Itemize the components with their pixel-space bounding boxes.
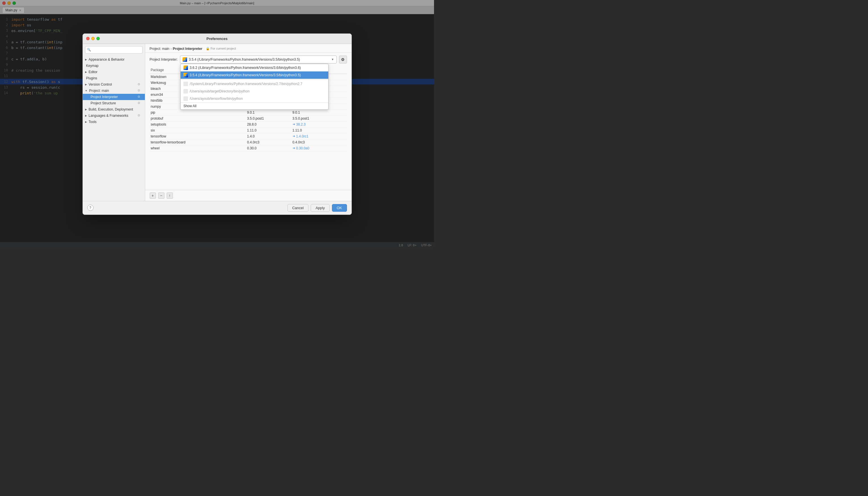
dropdown-option-0[interactable]: 🐍 3.6.2 (/Library/Frameworks/Python.fram…: [181, 64, 328, 72]
package-action: [337, 127, 347, 133]
dialog-body: 🔍 ▶ Appearance & Behavior Keymap ▶ Edito…: [83, 44, 352, 201]
table-row: tensorflow 1.4.0 ➜ 1.4.0rc1: [150, 134, 347, 139]
dialog-footer: ? Cancel Apply OK: [83, 201, 352, 215]
collapse-arrow-icon: ▶: [85, 114, 87, 117]
dialog-close-button[interactable]: [86, 37, 90, 40]
package-latest: 1.11.0: [291, 127, 337, 133]
bottom-toolbar: + − ↑: [145, 190, 352, 201]
upgrade-icon: ↑: [169, 193, 171, 198]
sidebar-item-project-interpreter[interactable]: Project Interpreter ⚙: [83, 94, 145, 100]
breadcrumb-parent: Project: main: [150, 47, 170, 51]
sidebar-item-languages[interactable]: ▶ Languages & Frameworks ⚙: [83, 112, 145, 119]
package-version: 1.11.0: [246, 127, 291, 133]
package-name: protobuf: [150, 115, 246, 121]
sidebar-item-label: Editor: [89, 70, 97, 74]
breadcrumb: Project: main › Project Interpreter 🔒 Fo…: [145, 44, 352, 53]
help-button[interactable]: ?: [87, 205, 94, 211]
sidebar-item-label: Keymap: [86, 64, 99, 68]
ok-button[interactable]: OK: [332, 204, 347, 212]
package-latest: 3.5.0.post1: [291, 115, 337, 121]
selected-interpreter-value: 3.5.4 (/Library/Frameworks/Python.framew…: [189, 58, 330, 62]
footer-left: ?: [87, 205, 94, 211]
dialog-minimize-button[interactable]: [91, 37, 95, 40]
sidebar-item-keymap[interactable]: Keymap: [83, 63, 145, 69]
sidebar-item-plugins[interactable]: Plugins: [83, 75, 145, 81]
package-action: [337, 145, 347, 151]
package-version: 0.4.0rc3: [246, 139, 291, 145]
sidebar-item-label: Project Interpreter: [91, 95, 118, 99]
sidebar-item-label: Languages & Frameworks: [89, 114, 128, 118]
sidebar-item-tools[interactable]: ▶ Tools: [83, 119, 145, 125]
cancel-button[interactable]: Cancel: [288, 204, 308, 212]
settings-icon: ⚙: [138, 95, 140, 99]
preferences-sidebar: 🔍 ▶ Appearance & Behavior Keymap ▶ Edito…: [83, 44, 145, 201]
update-arrow-icon: ➜: [293, 122, 295, 126]
apply-button[interactable]: Apply: [311, 204, 330, 212]
sidebar-search-box[interactable]: 🔍: [85, 46, 143, 53]
package-name: six: [150, 127, 246, 133]
sidebar-item-project-structure[interactable]: Project Structure ⚙: [83, 100, 145, 106]
package-action: [337, 139, 347, 145]
settings-icon: ⚙: [138, 89, 140, 92]
package-action: [337, 98, 347, 104]
sidebar-item-label: Version Control: [89, 82, 112, 87]
sidebar-item-editor[interactable]: ▶ Editor: [83, 69, 145, 75]
interpreter-dropdown: 🐍 3.6.2 (/Library/Frameworks/Python.fram…: [180, 64, 328, 110]
dialog-title: Preferences: [206, 36, 227, 41]
update-arrow-icon: ➜: [293, 146, 295, 150]
main-panel: Project: main › Project Interpreter 🔒 Fo…: [145, 44, 352, 201]
sidebar-item-build-exec[interactable]: ▶ Build, Execution, Deployment: [83, 106, 145, 112]
sidebar-item-appearance[interactable]: ▶ Appearance & Behavior: [83, 57, 145, 63]
sidebar-item-project-main[interactable]: ▼ Project: main ⚙: [83, 88, 145, 94]
table-row: wheel 0.30.0 ➜ 0.30.0a0: [150, 145, 347, 151]
update-arrow-icon: ➜: [293, 134, 295, 138]
settings-icon: ⚙: [138, 101, 140, 105]
dropdown-option-1[interactable]: 🐍 3.5.4 (/Library/Frameworks/Python.fram…: [181, 72, 328, 79]
col-actions: [337, 67, 347, 73]
interpreter-select[interactable]: 🐍 3.5.4 (/Library/Frameworks/Python.fram…: [180, 56, 337, 63]
breadcrumb-separator: ›: [171, 47, 172, 51]
dropdown-option-2[interactable]: /System/Library/Frameworks/Python.framew…: [181, 80, 328, 88]
package-latest: ➜ 1.4.0rc1: [291, 134, 337, 139]
system-python-icon: [183, 96, 188, 101]
package-latest: 0.4.0rc3: [291, 139, 337, 145]
dropdown-option-4[interactable]: /Users/ayoub/tensorflow/bin/python: [181, 95, 328, 102]
sidebar-item-label: Appearance & Behavior: [89, 58, 125, 62]
show-all-label: Show All: [183, 104, 197, 108]
package-version: 3.5.0.post1: [246, 115, 291, 121]
package-latest: 9.0.1: [291, 110, 337, 115]
python-icon: 🐍: [183, 65, 188, 70]
nav-section: ▶ Appearance & Behavior Keymap ▶ Editor …: [83, 56, 145, 126]
dropdown-option-3[interactable]: /Users/ayoub/targetDirectory/bin/python: [181, 88, 328, 95]
gear-button[interactable]: ⚙: [339, 56, 347, 63]
interpreter-row: Project Interpreter: 🐍 3.5.4 (/Library/F…: [145, 53, 352, 66]
package-action: [337, 122, 347, 127]
package-name: tensorflow: [150, 134, 246, 139]
package-action: [337, 92, 347, 97]
package-action: [337, 74, 347, 80]
remove-package-button[interactable]: −: [158, 192, 165, 199]
add-package-button[interactable]: +: [150, 192, 156, 199]
package-name: tensorflow-tensorboard: [150, 139, 246, 145]
upgrade-package-button[interactable]: ↑: [167, 192, 173, 199]
package-action: [337, 80, 347, 86]
footer-right: Cancel Apply OK: [288, 204, 347, 212]
settings-icon: ⚙: [138, 82, 140, 86]
dropdown-option-label: /System/Library/Frameworks/Python.framew…: [190, 82, 303, 86]
expand-arrow-icon: ▼: [85, 89, 88, 92]
dropdown-option-label: /Users/ayoub/tensorflow/bin/python: [190, 97, 243, 100]
search-input[interactable]: [92, 48, 141, 52]
dropdown-arrow-icon: ▼: [331, 58, 334, 61]
show-all-option[interactable]: Show All: [181, 102, 328, 109]
table-row: protobuf 3.5.0.post1 3.5.0.post1: [150, 115, 347, 122]
interpreter-label: Project Interpreter:: [150, 58, 178, 62]
collapse-arrow-icon: ▶: [85, 108, 87, 111]
search-icon: 🔍: [87, 48, 91, 51]
preferences-dialog: Preferences 🔍 ▶ Appearance & Behavior Ke…: [82, 33, 352, 215]
dialog-maximize-button[interactable]: [96, 37, 100, 40]
remove-icon: −: [160, 193, 162, 198]
dropdown-option-label: 3.6.2 (/Library/Frameworks/Python.framew…: [190, 66, 301, 70]
package-version: 9.0.1: [246, 110, 291, 115]
sidebar-item-version-control[interactable]: ▶ Version Control ⚙: [83, 81, 145, 88]
dialog-window-controls: [86, 37, 100, 40]
